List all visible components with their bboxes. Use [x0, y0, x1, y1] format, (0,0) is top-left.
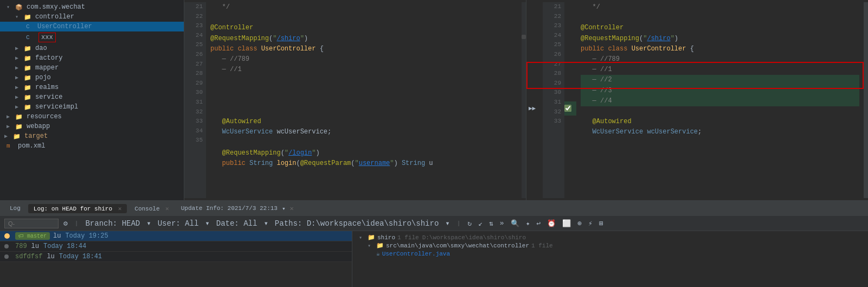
expand-icon[interactable]: ⬜	[561, 219, 573, 228]
more-icon[interactable]: »	[498, 219, 506, 227]
sort-icon[interactable]: ⇅	[487, 219, 495, 228]
update-info-close[interactable]: ✕	[290, 205, 294, 213]
toolbar-row: ⚙ | Branch: HEAD ▾ User: All ▾ Date: All…	[0, 216, 868, 231]
diff-checkbox-28[interactable]	[564, 105, 571, 112]
code-line-27: — //1	[210, 65, 517, 75]
log-row-789[interactable]: 789 lu Today 18:44	[0, 241, 352, 252]
tree-arrow-serviceimpl: ▶	[15, 104, 24, 110]
right-panel-scrollbar[interactable]	[864, 2, 868, 198]
refresh-icon[interactable]: ↻	[466, 219, 473, 228]
settings-icon[interactable]: ⚙	[62, 219, 69, 228]
paths-select[interactable]: Paths: D:\workspace\idea\shiro\shiro	[273, 219, 440, 228]
tab-log-head-close[interactable]: ✕	[118, 206, 122, 212]
log-row-1[interactable]: 🏷 master lu Today 19:25	[0, 231, 352, 241]
branch-select[interactable]: Branch: HEAD	[83, 219, 142, 228]
folder-icon-controller: 📁	[24, 14, 34, 21]
tree-item-dao[interactable]: ▶ 📁 dao	[0, 43, 184, 53]
tree-item-usercontroller[interactable]: C UserController	[0, 22, 184, 31]
right-tree-shiro-path: D:\workspace\idea\shiro\shiro	[422, 234, 526, 241]
commit-graph-1	[4, 233, 12, 239]
folder-icon-src: 📁	[376, 242, 384, 249]
tree-item-resources[interactable]: ▶ 📁 resources	[0, 112, 184, 122]
filter-icon[interactable]: ⚡	[587, 219, 594, 228]
tab-log[interactable]: Log	[4, 204, 26, 213]
r-code-line-24: @RequestMapping("/shiro")	[581, 34, 859, 44]
tree-item-pom[interactable]: m pom.xml	[0, 141, 184, 151]
r-code-line-33: WcUserService wcUserService;	[581, 127, 859, 137]
log-author-1: lu	[53, 232, 61, 240]
service-label: service	[35, 93, 62, 101]
dao-label: dao	[35, 44, 47, 52]
user-select[interactable]: User: All	[156, 219, 201, 228]
update-info-dropdown[interactable]: ▾	[282, 205, 286, 212]
r-code-line-25: public class UserController {	[581, 44, 859, 54]
log-hash-sdf: sdfdfsf	[15, 253, 42, 260]
fetch-icon[interactable]: ↙	[477, 219, 484, 228]
branch-dropdown-icon[interactable]: ▾	[145, 218, 152, 228]
usercontroller-label: UserController	[37, 23, 92, 30]
resources-label: resources	[27, 113, 62, 120]
diff-arrow-col: ▶▶	[526, 2, 543, 198]
clock-icon[interactable]: ⏰	[545, 219, 557, 228]
group-icon[interactable]: ⊞	[597, 219, 605, 228]
right-tree-shiro[interactable]: ▾ 📁 shiro 1 file D:\workspace\idea\shiro…	[357, 233, 864, 241]
tree-item-realms[interactable]: ▶ 📁 realms	[0, 82, 184, 92]
right-tree-src-count: 1 file	[531, 243, 553, 249]
r-code-line-27: — //1	[581, 65, 859, 75]
right-tree-usercontroller[interactable]: ☕ UserController.java	[357, 250, 864, 258]
tab-console[interactable]: Console ✕	[129, 204, 174, 213]
tab-console-close[interactable]: ✕	[165, 206, 169, 212]
date-dropdown-icon[interactable]: ▾	[262, 218, 269, 228]
merge-icon[interactable]: ⊕	[576, 219, 583, 228]
checkbox-col	[564, 2, 576, 198]
right-tree-src[interactable]: ▾ 📁 src\main\java\com\smxy\wechat\contro…	[357, 241, 864, 250]
tab-bar: Log Log: on HEAD for shiro ✕ Console ✕ U…	[0, 201, 868, 216]
left-line-numbers: 2122232425 2627282930 3132333435	[184, 2, 206, 198]
tree-item-serviceimpl[interactable]: ▶ 📁 serviceimpl	[0, 102, 184, 112]
tab-log-head[interactable]: Log: on HEAD for shiro ✕	[28, 204, 127, 213]
tree-item-service[interactable]: ▶ 📁 service	[0, 92, 184, 102]
java-class-icon-usercontroller: C	[26, 23, 36, 30]
code-line-35: @RequestMapping("/login")	[210, 148, 517, 158]
serviceimpl-label: serviceimpl	[35, 103, 78, 111]
tree-item-factory[interactable]: ▶ 📁 factory	[0, 53, 184, 63]
tree-item-pojo[interactable]: ▶ 📁 pojo	[0, 73, 184, 82]
folder-icon-pojo: 📁	[24, 74, 34, 81]
tree-arrow-com-smxy: ▾	[7, 4, 15, 10]
tree-item-target[interactable]: ▶ 📁 target	[0, 131, 184, 141]
tree-item-controller[interactable]: ▾ 📁 controller	[0, 12, 184, 22]
left-code-content: 2122232425 2627282930 3132333435 */ @Con…	[184, 0, 526, 200]
code-line-30	[210, 96, 517, 106]
log-time-sdf: Today 18:41	[59, 253, 102, 260]
tree-arrow-realms: ▶	[15, 84, 24, 91]
user-dropdown-icon[interactable]: ▾	[203, 218, 211, 228]
log-row-sdfdfsf[interactable]: sdfdfsf lu Today 18:41	[0, 252, 352, 262]
tree-arrow-factory: ▶	[15, 55, 24, 61]
code-line-32: @Autowired	[210, 117, 517, 127]
folder-icon-service: 📁	[24, 94, 34, 101]
tree-item-webapp[interactable]: ▶ 📁 webapp	[0, 122, 184, 131]
r-code-line-26: — //789	[581, 54, 859, 65]
paths-dropdown-icon[interactable]: ▾	[443, 218, 451, 228]
log-search-input[interactable]	[4, 219, 59, 228]
code-line-28	[210, 75, 517, 85]
right-tree-src-label: src\main\java\com\smxy\wechat\controller	[386, 243, 529, 249]
tree-item-xxx[interactable]: C xxx	[0, 31, 184, 43]
code-line-29	[210, 86, 517, 96]
undo-icon[interactable]: ↩	[535, 219, 542, 228]
tree-item-mapper[interactable]: ▶ 📁 mapper	[0, 63, 184, 73]
folder-icon-shiro: 📁	[368, 234, 375, 241]
webapp-label: webapp	[27, 123, 50, 130]
code-line-23: @Controller	[210, 23, 517, 33]
code-line-21: */	[210, 2, 517, 12]
xxx-label: xxx	[38, 33, 56, 42]
date-select[interactable]: Date: All	[215, 219, 259, 228]
commit-graph-789	[4, 244, 12, 248]
cherry-pick-icon[interactable]: ✦	[524, 219, 532, 228]
tree-arrow-service: ▶	[15, 94, 24, 100]
search-icon[interactable]: 🔍	[509, 219, 521, 228]
tree-item-com-smxy[interactable]: ▾ 📦 com.smxy.wechat	[0, 2, 184, 12]
folder-icon-dao: 📁	[24, 45, 34, 52]
log-author-789: lu	[31, 243, 39, 250]
log-area: 🏷 master lu Today 19:25 789 lu Today 18:…	[0, 231, 868, 287]
